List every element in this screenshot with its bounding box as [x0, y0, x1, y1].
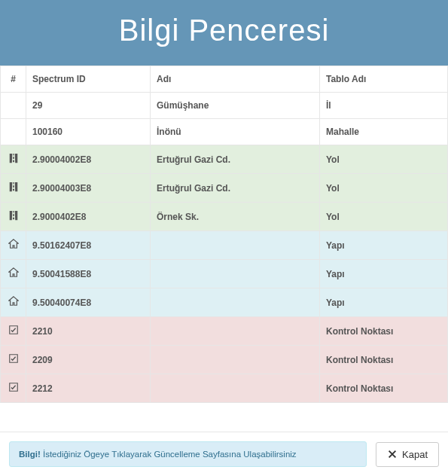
- col-header-hash[interactable]: #: [1, 66, 26, 93]
- table-row[interactable]: 2.9000402E8Örnek Sk.Yol: [1, 203, 448, 231]
- info-alert: Bilgi! İstediğiniz Ögeye Tıklayarak Günc…: [9, 441, 367, 467]
- col-header-name[interactable]: Adı: [151, 66, 320, 93]
- row-spectrum-id: 2.9000402E8: [26, 203, 151, 231]
- row-name: [151, 317, 320, 346]
- table-row[interactable]: 9.50041588E8Yapı: [1, 260, 448, 288]
- table-row[interactable]: 2212Kontrol Noktası: [1, 374, 448, 403]
- row-icon-cell: [1, 317, 26, 346]
- table-row[interactable]: 9.50040074E8Yapı: [1, 288, 448, 317]
- table-container: # Spectrum ID Adı Tablo Adı 29Gümüşhaneİ…: [0, 66, 448, 432]
- row-table-name: Kontrol Noktası: [320, 317, 448, 346]
- table-row[interactable]: 2210Kontrol Noktası: [1, 317, 448, 346]
- row-table-name: Yapı: [320, 231, 448, 260]
- row-icon-cell: [1, 288, 26, 317]
- row-table-name: Yapı: [320, 260, 448, 288]
- row-icon-cell: [1, 119, 26, 145]
- check-icon: [8, 325, 19, 335]
- row-table-name: Yol: [320, 145, 448, 174]
- info-alert-text: İstediğiniz Ögeye Tıklayarak Güncelleme …: [41, 450, 297, 459]
- table-row[interactable]: 100160İnönüMahalle: [1, 119, 448, 145]
- table-row[interactable]: 9.50162407E8Yapı: [1, 231, 448, 260]
- row-icon-cell: [1, 374, 26, 403]
- col-header-table-name[interactable]: Tablo Adı: [320, 66, 448, 93]
- row-table-name: Kontrol Noktası: [320, 346, 448, 374]
- row-name: İnönü: [151, 119, 320, 145]
- row-table-name: Yol: [320, 174, 448, 203]
- row-icon-cell: [1, 203, 26, 231]
- row-table-name: Yapı: [320, 288, 448, 317]
- row-name: [151, 288, 320, 317]
- row-icon-cell: [1, 174, 26, 203]
- info-window-modal: Bilgi Penceresi # Spectrum ID Adı Tablo …: [0, 0, 448, 476]
- row-icon-cell: [1, 231, 26, 260]
- close-icon: [387, 449, 398, 459]
- row-name: Ertuğrul Gazi Cd.: [151, 174, 320, 203]
- close-button[interactable]: Kapat: [376, 442, 439, 467]
- check-icon: [8, 382, 19, 392]
- row-spectrum-id: 9.50162407E8: [26, 231, 151, 260]
- table-header-row: # Spectrum ID Adı Tablo Adı: [1, 66, 448, 93]
- row-name: Örnek Sk.: [151, 203, 320, 231]
- row-icon-cell: [1, 145, 26, 174]
- table-row[interactable]: 2.90004003E8Ertuğrul Gazi Cd.Yol: [1, 174, 448, 203]
- table-row[interactable]: 2.90004002E8Ertuğrul Gazi Cd.Yol: [1, 145, 448, 174]
- row-table-name: İl: [320, 93, 448, 119]
- row-spectrum-id: 2212: [26, 374, 151, 403]
- row-name: [151, 260, 320, 288]
- row-icon-cell: [1, 260, 26, 288]
- road-icon: [8, 182, 19, 192]
- close-button-label: Kapat: [402, 449, 428, 460]
- home-icon: [8, 267, 19, 278]
- modal-title: Bilgi Penceresi: [0, 14, 448, 47]
- road-icon: [8, 153, 19, 163]
- row-spectrum-id: 29: [26, 93, 151, 119]
- home-icon: [8, 296, 19, 307]
- row-table-name: Yol: [320, 203, 448, 231]
- row-name: [151, 346, 320, 374]
- row-name: [151, 374, 320, 403]
- row-icon-cell: [1, 346, 26, 374]
- check-icon: [8, 353, 19, 364]
- row-name: Gümüşhane: [151, 93, 320, 119]
- modal-header: Bilgi Penceresi: [0, 0, 448, 66]
- row-icon-cell: [1, 93, 26, 119]
- row-spectrum-id: 2.90004002E8: [26, 145, 151, 174]
- col-header-spectrum-id[interactable]: Spectrum ID: [26, 66, 151, 93]
- modal-footer: Bilgi! İstediğiniz Ögeye Tıklayarak Günc…: [0, 432, 448, 476]
- row-spectrum-id: 2210: [26, 317, 151, 346]
- row-spectrum-id: 2209: [26, 346, 151, 374]
- road-icon: [8, 210, 19, 221]
- info-alert-strong: Bilgi!: [19, 450, 41, 459]
- row-spectrum-id: 9.50040074E8: [26, 288, 151, 317]
- row-spectrum-id: 2.90004003E8: [26, 174, 151, 203]
- table-row[interactable]: 29Gümüşhaneİl: [1, 93, 448, 119]
- row-spectrum-id: 100160: [26, 119, 151, 145]
- row-name: Ertuğrul Gazi Cd.: [151, 145, 320, 174]
- table-row[interactable]: 2209Kontrol Noktası: [1, 346, 448, 374]
- row-spectrum-id: 9.50041588E8: [26, 260, 151, 288]
- info-table: # Spectrum ID Adı Tablo Adı 29Gümüşhaneİ…: [0, 66, 448, 403]
- row-name: [151, 231, 320, 260]
- row-table-name: Kontrol Noktası: [320, 374, 448, 403]
- home-icon: [8, 239, 19, 249]
- row-table-name: Mahalle: [320, 119, 448, 145]
